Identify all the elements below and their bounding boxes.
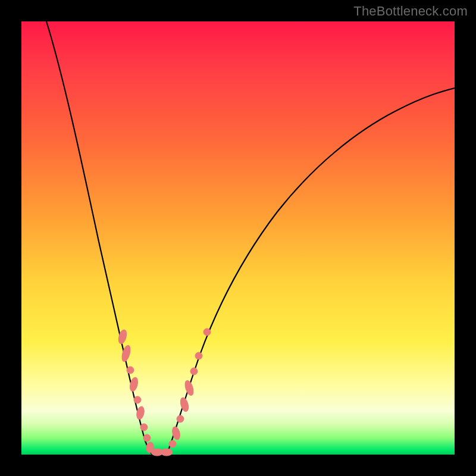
data-marker: [183, 380, 195, 396]
data-marker: [140, 424, 148, 431]
curve-right-branch: [167, 88, 455, 455]
data-marker: [177, 415, 184, 422]
data-marker: [143, 434, 151, 441]
data-marker: [203, 328, 211, 336]
data-marker: [179, 397, 190, 412]
chart-svg: [21, 21, 455, 455]
data-marker: [134, 396, 141, 403]
data-marker: [169, 440, 176, 447]
data-marker: [195, 352, 202, 359]
watermark-text: TheBottleneck.com: [353, 4, 468, 19]
frame: TheBottleneck.com: [0, 0, 476, 476]
curve-left-branch: [46, 21, 152, 455]
data-marker: [127, 367, 134, 374]
data-markers-group: [117, 328, 211, 456]
data-marker: [161, 449, 173, 456]
data-marker: [190, 368, 198, 375]
plot-area: [21, 21, 455, 455]
